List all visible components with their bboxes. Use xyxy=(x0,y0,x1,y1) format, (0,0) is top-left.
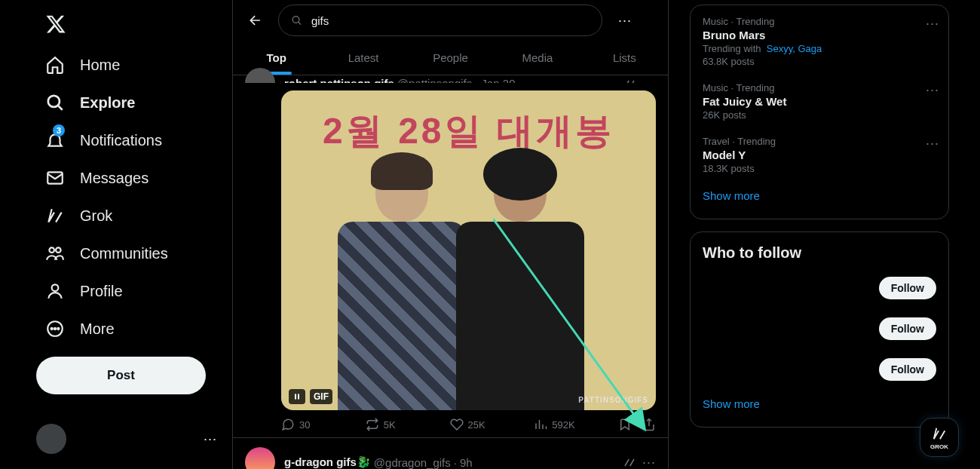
grok-icon[interactable] xyxy=(623,455,636,468)
svg-point-6 xyxy=(51,328,53,330)
follow-show-more[interactable]: Show more xyxy=(691,390,948,418)
bookmark-button[interactable] xyxy=(618,418,632,431)
tweet-author-name[interactable]: robert pattinson gifs xyxy=(284,77,394,84)
nav-label: Profile xyxy=(80,283,123,300)
media-watermark: PATTINSONGIFS xyxy=(578,396,648,404)
tweet-avatar[interactable] xyxy=(245,447,275,469)
nav-label: Explore xyxy=(80,94,135,112)
svg-point-2 xyxy=(49,247,54,253)
svg-point-7 xyxy=(54,328,56,330)
search-input[interactable] xyxy=(311,14,590,27)
nav-home[interactable]: Home xyxy=(36,46,232,84)
svg-point-3 xyxy=(56,247,61,253)
svg-rect-10 xyxy=(295,394,296,400)
user-avatar xyxy=(36,424,66,454)
share-button[interactable] xyxy=(642,418,656,431)
trends-show-more[interactable]: Show more xyxy=(691,182,948,210)
nav-notifications[interactable]: 3Notifications xyxy=(36,121,232,159)
account-switcher[interactable]: ··· xyxy=(36,424,217,454)
nav-profile[interactable]: Profile xyxy=(36,272,232,310)
follow-suggestion[interactable]: Follow xyxy=(691,349,948,390)
search-options-button[interactable]: ··· xyxy=(611,7,639,34)
svg-point-0 xyxy=(48,96,60,107)
nav-grok[interactable]: Grok xyxy=(36,197,232,234)
tweet-more-button[interactable]: ··· xyxy=(642,455,656,470)
follow-suggestion[interactable]: Follow xyxy=(691,308,948,349)
trend-related-link[interactable]: Sexyy, Gaga xyxy=(767,43,822,54)
trend-item[interactable]: Travel · Trending Model Y 18.3K posts ··… xyxy=(691,128,948,182)
tweet-author-name[interactable]: g-dragon gifs🐉 xyxy=(284,455,371,469)
retweet-button[interactable]: 5K xyxy=(366,418,450,431)
trend-more-button[interactable]: ··· xyxy=(926,82,939,98)
post-button[interactable]: Post xyxy=(36,357,206,394)
trend-more-button[interactable]: ··· xyxy=(926,136,939,152)
ellipsis-icon: ··· xyxy=(204,431,217,447)
media-background-text: 2월 28일 대개봉 xyxy=(281,107,656,155)
tweet-date[interactable]: Jan 20 xyxy=(481,77,515,84)
views-button[interactable]: 592K xyxy=(534,418,618,431)
svg-point-4 xyxy=(52,284,59,291)
tweet-media[interactable]: 2월 28일 대개봉 GIF PATTINSONGIFS xyxy=(281,90,656,410)
right-sidebar: Music · Trending Bruno Mars Trending wit… xyxy=(669,0,979,469)
follow-suggestion[interactable]: Follow xyxy=(691,268,948,308)
nav-label: Communities xyxy=(80,245,168,262)
tweet-header: robert pattinson gifs @pattinsongifs · J… xyxy=(233,65,668,83)
follow-button[interactable]: Follow xyxy=(879,317,936,340)
follow-button[interactable]: Follow xyxy=(879,277,936,299)
who-to-follow-title: Who to follow xyxy=(691,241,948,268)
gif-badge: GIF xyxy=(310,389,332,404)
trend-more-button[interactable]: ··· xyxy=(926,16,939,32)
nav-label: Messages xyxy=(80,170,149,187)
nav-label: Home xyxy=(80,57,120,74)
trend-item[interactable]: Music · Trending Bruno Mars Trending wit… xyxy=(691,8,948,75)
back-button[interactable] xyxy=(242,7,269,34)
tweet-header: g-dragon gifs🐉 @gdragon_gifs · 9h ··· xyxy=(233,437,668,469)
tweet-avatar[interactable] xyxy=(245,68,275,83)
tweet-more-button[interactable]: ··· xyxy=(642,75,656,84)
search-box[interactable] xyxy=(278,5,602,36)
tweet-actions: 30 5K 25K 592K xyxy=(233,410,668,437)
nav-explore[interactable]: Explore xyxy=(36,84,232,121)
who-to-follow-card: Who to follow Follow Follow Follow Show … xyxy=(690,231,949,428)
grok-fab-button[interactable]: GROK xyxy=(920,418,959,457)
trend-item[interactable]: Music · Trending Fat Juicy & Wet 26K pos… xyxy=(691,75,948,128)
main-column: ··· Top Latest People Media Lists robert… xyxy=(232,0,669,469)
tweet-author-handle[interactable]: @gdragon_gifs xyxy=(374,456,451,469)
svg-point-9 xyxy=(292,17,299,23)
nav-messages[interactable]: Messages xyxy=(36,159,232,197)
nav-label: More xyxy=(80,320,115,338)
nav-label: Grok xyxy=(80,207,112,225)
nav-more[interactable]: More xyxy=(36,310,232,348)
notification-badge: 3 xyxy=(53,124,65,136)
reply-button[interactable]: 30 xyxy=(281,418,366,431)
svg-point-8 xyxy=(57,328,59,330)
search-icon xyxy=(291,14,302,26)
trends-card: Music · Trending Bruno Mars Trending wit… xyxy=(690,5,949,219)
svg-rect-11 xyxy=(298,394,299,400)
nav-label: Notifications xyxy=(80,132,162,149)
grok-icon[interactable] xyxy=(623,76,636,83)
follow-button[interactable]: Follow xyxy=(879,358,936,381)
tweet-author-handle[interactable]: @pattinsongifs xyxy=(397,77,472,84)
left-navigation: Home Explore 3Notifications Messages Gro… xyxy=(0,0,232,469)
nav-communities[interactable]: Communities xyxy=(36,234,232,272)
x-logo[interactable] xyxy=(36,8,232,43)
gif-pause-button[interactable] xyxy=(289,389,305,404)
like-button[interactable]: 25K xyxy=(450,418,534,431)
tweet-date[interactable]: 9h xyxy=(460,456,473,469)
